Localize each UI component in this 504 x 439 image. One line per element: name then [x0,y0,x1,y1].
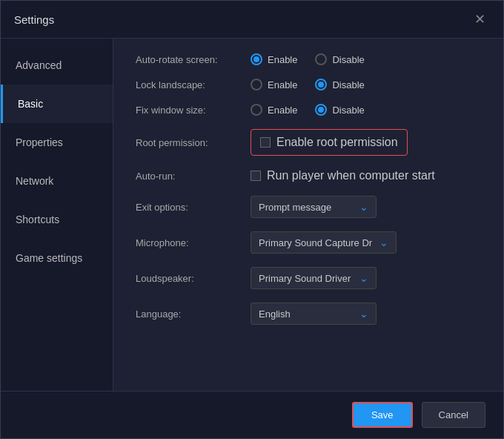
lock-landscape-disable-radio[interactable] [315,79,327,90]
auto-run-checkbox[interactable] [251,171,261,181]
loudspeaker-row: Loudspeaker: Primary Sound Driver ⌄ [136,267,481,289]
lock-landscape-row: Lock landscape: Enable Disable [136,79,481,90]
exit-options-row: Exit options: Prompt message ⌄ [136,196,481,218]
sidebar-item-game-settings[interactable]: Game settings [1,239,113,277]
close-button[interactable]: ✕ [470,11,490,27]
settings-dialog: Settings ✕ Advanced Basic Properties Net… [0,0,504,439]
title-bar: Settings ✕ [1,1,503,39]
save-button[interactable]: Save [352,402,413,428]
content-panel: Auto-rotate screen: Enable Disable Lock … [113,39,503,391]
dialog-title: Settings [14,13,54,26]
loudspeaker-dropdown[interactable]: Primary Sound Driver ⌄ [251,267,377,289]
root-permission-checkbox[interactable] [260,137,271,148]
language-dropdown[interactable]: English ⌄ [251,303,377,325]
fix-window-row: Fix window size: Enable Disable [136,104,481,116]
sidebar-item-shortcuts[interactable]: Shortcuts [1,200,113,239]
sidebar-item-advanced[interactable]: Advanced [1,46,113,85]
auto-rotate-row: Auto-rotate screen: Enable Disable [136,53,481,65]
sidebar-item-basic[interactable]: Basic [1,85,113,123]
microphone-dropdown[interactable]: Primary Sound Capture Dr ⌄ [251,231,397,254]
language-label: Language: [136,308,251,320]
loudspeaker-chevron-icon: ⌄ [359,272,368,284]
lock-landscape-options: Enable Disable [251,79,365,90]
language-row: Language: English ⌄ [136,303,481,325]
fix-window-options: Enable Disable [251,104,365,116]
lock-landscape-enable-radio[interactable] [251,79,262,90]
exit-options-value: Prompt message [259,202,331,213]
loudspeaker-value: Primary Sound Driver [259,273,351,284]
auto-run-label: Auto-run: [136,171,251,182]
auto-rotate-options: Enable Disable [251,53,365,65]
lock-landscape-label: Lock landscape: [136,79,251,90]
fix-window-disable[interactable]: Disable [315,104,364,116]
microphone-label: Microphone: [136,237,251,248]
language-value: English [259,308,291,320]
sidebar-item-network[interactable]: Network [1,162,113,200]
fix-window-enable[interactable]: Enable [251,104,297,116]
auto-rotate-disable[interactable]: Disable [315,53,364,65]
lock-landscape-enable[interactable]: Enable [251,79,297,90]
auto-run-control: Run player when computer start [251,169,435,182]
dialog-body: Advanced Basic Properties Network Shortc… [1,39,503,391]
microphone-row: Microphone: Primary Sound Capture Dr ⌄ [136,231,481,254]
loudspeaker-label: Loudspeaker: [136,273,251,284]
auto-rotate-enable[interactable]: Enable [251,53,297,65]
exit-options-chevron-icon: ⌄ [359,201,368,213]
language-chevron-icon: ⌄ [359,308,368,320]
root-permission-box: Enable root permission [251,129,408,156]
auto-run-checkbox-label: Run player when computer start [267,169,435,182]
root-permission-checkbox-label: Enable root permission [276,136,398,149]
cancel-button[interactable]: Cancel [422,402,485,428]
lock-landscape-disable[interactable]: Disable [315,79,364,90]
microphone-chevron-icon: ⌄ [379,237,388,248]
fix-window-enable-radio[interactable] [251,104,262,116]
fix-window-label: Fix window size: [136,105,251,116]
microphone-value: Primary Sound Capture Dr [259,237,372,248]
root-permission-label: Root permission: [136,137,251,148]
auto-rotate-label: Auto-rotate screen: [136,54,251,65]
root-permission-row: Root permission: Enable root permission [136,129,481,156]
sidebar: Advanced Basic Properties Network Shortc… [1,39,113,391]
auto-rotate-disable-radio[interactable] [315,53,327,65]
fix-window-disable-radio[interactable] [315,104,327,116]
sidebar-item-properties[interactable]: Properties [1,123,113,162]
dialog-footer: Save Cancel [1,391,503,438]
auto-rotate-enable-radio[interactable] [251,53,262,65]
exit-options-dropdown[interactable]: Prompt message ⌄ [251,196,377,218]
auto-run-row: Auto-run: Run player when computer start [136,169,481,182]
exit-options-label: Exit options: [136,202,251,213]
